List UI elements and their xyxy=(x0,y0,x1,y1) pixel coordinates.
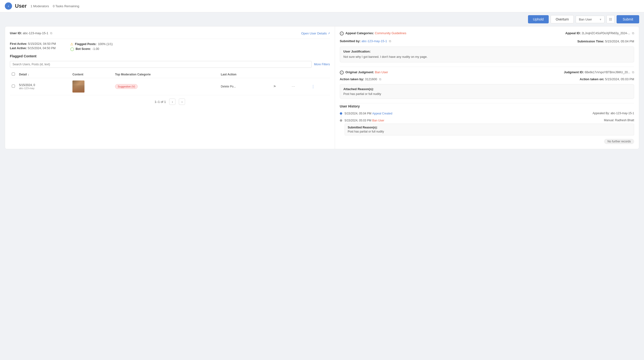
judgment-section: ✓ Original Judgment: Ban User xyxy=(340,70,388,74)
open-details-label: Open User Details xyxy=(301,32,326,35)
attached-reasons-box: Attached Reason(s): Post has partial or … xyxy=(340,84,634,99)
tl-sub-text-2: Post has partial or full nudity xyxy=(348,130,631,133)
uphold-button[interactable]: Uphold xyxy=(528,15,549,23)
submitted-row: Submitted by: abc-123-may-15-1 ⧉ Submiss… xyxy=(340,39,634,43)
timeline-main-2: 5/15/2024, 05:03 PM Ban User Manual: Rad… xyxy=(344,119,634,122)
content-thumbnail[interactable] xyxy=(72,80,84,93)
row-detail: 5/15/2024, 0 abc-123-may xyxy=(17,78,70,95)
overturn-button[interactable]: Overturn xyxy=(550,15,574,23)
submitted-by-section: Submitted by: abc-123-may-15-1 ⧉ xyxy=(340,39,391,43)
copy-judgment-id-icon[interactable]: ⧉ xyxy=(632,70,634,74)
header-last-action: Last Action xyxy=(219,71,271,78)
action-on-value: 5/15/2024, 05:03 PM xyxy=(605,77,634,81)
header-flag xyxy=(271,71,290,78)
tl-right-2: Manual: Radhesh Bhatt xyxy=(604,119,634,122)
right-panel: ✓ Appeal Categories: Community Guideline… xyxy=(335,27,639,149)
flagged-content-title: Flagged Content xyxy=(10,54,330,58)
moderators-count: 1 Moderators xyxy=(30,4,49,8)
chevron-down-icon: ▾ xyxy=(600,18,602,21)
search-input[interactable] xyxy=(10,61,312,68)
next-icon: › xyxy=(182,100,182,104)
user-history-title: User History xyxy=(340,103,634,108)
attached-reasons-title: Attached Reason(s): xyxy=(344,87,630,91)
flagged-posts-stat: ⚠ Flagged Posts: 100% (1/1) xyxy=(70,42,113,46)
no-further-badge: No further records xyxy=(604,139,634,144)
justification-text: Not sure why I got banned. I don't have … xyxy=(344,55,630,59)
action-by-value: 3121600 xyxy=(365,77,377,81)
flag-icon[interactable]: ⚑ xyxy=(273,85,276,88)
action-on-section: Action taken on: 5/15/2024, 05:03 PM xyxy=(580,77,634,81)
timeline: 5/15/2024, 05:04 PM Appeal Created Appea… xyxy=(340,112,634,135)
user-id-row: User ID: abc-123-may-15-1 ⧉ Open User De… xyxy=(10,31,330,39)
judgment-row: ✓ Original Judgment: Ban User Judgment I… xyxy=(340,70,634,74)
submitted-by-value: abc-123-may-15-1 xyxy=(362,39,387,43)
appeal-header: ✓ Appeal Categories: Community Guideline… xyxy=(340,31,634,35)
bot-score-stat: ◯ Bot Score: -1.00 xyxy=(70,47,113,51)
row-dots-action: ⋮ xyxy=(309,78,330,95)
content-table: Detail ↓ Content Top Moderation Categori… xyxy=(10,71,330,95)
page-title: User xyxy=(15,3,27,9)
open-user-details-link[interactable]: Open User Details ↗ xyxy=(301,32,330,35)
first-active: First Active: 5/15/2024, 04:50 PM xyxy=(10,42,56,46)
appeal-categories-section: ✓ Appeal Categories: Community Guideline… xyxy=(340,31,406,35)
ellipsis-icon[interactable]: ⋯ xyxy=(292,85,295,88)
prev-icon: ‹ xyxy=(172,100,173,104)
notes-icon-button[interactable]: ☷ xyxy=(606,15,615,23)
back-button[interactable]: ‹ xyxy=(5,3,12,10)
row-more-action: ⋯ xyxy=(290,78,309,95)
back-icon: ‹ xyxy=(8,4,9,8)
notes-icon: ☷ xyxy=(609,18,612,21)
divider-1 xyxy=(340,67,634,67)
vertical-dots-icon[interactable]: ⋮ xyxy=(311,85,315,89)
activity-right: ⚠ Flagged Posts: 100% (1/1) ◯ Bot Score:… xyxy=(70,42,113,51)
timeline-main-1: 5/15/2024, 05:04 PM Appeal Created Appea… xyxy=(344,112,634,115)
more-filters-link[interactable]: More Filters xyxy=(314,63,330,66)
copy-appeal-id-icon[interactable]: ⧉ xyxy=(632,31,634,35)
timeline-item-2: 5/15/2024, 05:03 PM Ban User Manual: Rad… xyxy=(344,119,634,135)
next-page-button[interactable]: › xyxy=(179,99,185,105)
header-checkbox-col xyxy=(10,71,17,78)
select-all-checkbox[interactable] xyxy=(12,73,15,76)
pagination-info: 1–1 of 1 xyxy=(154,100,166,104)
tl-sub-title-2: Submitted Reason(s): xyxy=(348,126,631,129)
left-panel: User ID: abc-123-may-15-1 ⧉ Open User De… xyxy=(5,27,335,149)
activity-left: First Active: 5/15/2024, 04:50 PM Last A… xyxy=(10,42,56,51)
header: ‹ User 1 Moderators 0 Tasks Remaining xyxy=(0,0,644,12)
tl-action-2: Ban User xyxy=(372,119,384,122)
no-further-section: No further records xyxy=(340,139,634,144)
search-filter-row: More Filters xyxy=(10,61,330,68)
row-select-checkbox[interactable] xyxy=(12,85,15,88)
user-id-label: User ID: xyxy=(10,31,22,35)
check-circle-icon: ✓ xyxy=(340,32,344,35)
action-by-section: Action taken by: 3121600 ⧉ xyxy=(340,77,381,81)
action-taken-row: Action taken by: 3121600 ⧉ Action taken … xyxy=(340,77,634,81)
submission-time-value: 5/15/2024, 05:04 PM xyxy=(605,40,634,43)
header-detail: Detail ↓ xyxy=(17,71,70,78)
attached-reasons-text: Post has partial or full nudity xyxy=(344,92,630,96)
appeal-id-section: Appeal ID: 2LJnqHZC4SoPDoXjFRk63y_2024-.… xyxy=(565,31,634,35)
row-checkbox xyxy=(10,78,17,95)
copy-user-id-icon[interactable]: ⧉ xyxy=(50,31,52,35)
timeline-item-1: 5/15/2024, 05:04 PM Appeal Created Appea… xyxy=(344,112,634,115)
row-last-action: Delete Po... xyxy=(219,78,271,95)
header-more xyxy=(290,71,309,78)
ban-user-dropdown[interactable]: Ban User ▾ xyxy=(576,16,604,23)
copy-action-by-icon[interactable]: ⧉ xyxy=(379,77,381,81)
prev-page-button[interactable]: ‹ xyxy=(169,99,176,105)
header-category: Top Moderation Categorie xyxy=(113,71,219,78)
tl-right-1: Appealed By: abc-123-may-15-1 xyxy=(592,112,634,115)
timeline-dot-1 xyxy=(340,112,342,115)
row-flag-action: ⚑ xyxy=(271,78,290,95)
submission-time-section: Submission Time: 5/15/2024, 05:04 PM xyxy=(577,40,634,43)
category-badge: Suggestive (V) xyxy=(115,84,138,89)
tasks-remaining: 0 Tasks Remaining xyxy=(53,4,80,8)
activity-info: First Active: 5/15/2024, 04:50 PM Last A… xyxy=(10,42,330,51)
warning-icon: ⚠ xyxy=(70,42,74,46)
submit-button[interactable]: Submit xyxy=(616,15,639,23)
row-category: Suggestive (V) xyxy=(113,78,219,95)
sort-icon[interactable]: ↓ xyxy=(28,73,29,76)
tl-left-2: 5/15/2024, 05:03 PM Ban User xyxy=(344,119,384,122)
copy-submitted-by-icon[interactable]: ⧉ xyxy=(389,39,391,43)
ban-user-label: Ban User xyxy=(579,18,592,21)
appeal-id-value: 2LJnqHZC4SoPDoXjFRk63y_2024-... xyxy=(582,32,630,35)
